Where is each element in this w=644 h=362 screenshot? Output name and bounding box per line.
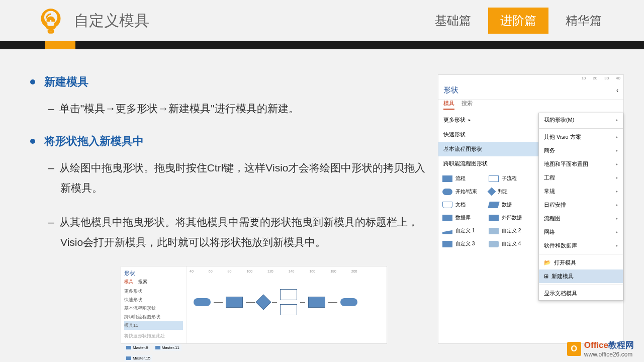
shape-custom2[interactable]: 自定义 2	[489, 227, 533, 234]
shape-subprocess[interactable]: 子流程	[489, 175, 533, 182]
menu-open-stencil[interactable]: 📂打开模具	[539, 256, 623, 269]
body-text: –单击"模具→更多形状→新建模具"进行模具的新建。	[60, 99, 428, 119]
panel-tab-search[interactable]: 搜索	[462, 100, 473, 110]
divider-bar	[0, 41, 644, 49]
panel-tab-stencil[interactable]: 模具	[443, 100, 454, 110]
shape-custom3[interactable]: 自定义 3	[442, 240, 487, 247]
main-text-column: 新建模具 –单击"模具→更多形状→新建模具"进行模具的新建。 将形状拖入新模具中…	[30, 74, 428, 344]
page-title: 自定义模具	[74, 11, 423, 31]
screenshot-lower: 形状 模具搜索 更多形状 快速形状 基本流程图形状 跨职能流程图形状 模具11 …	[121, 266, 387, 344]
menu-item[interactable]: 工程	[539, 171, 623, 185]
chevron-left-icon[interactable]: ‹	[616, 87, 618, 94]
list-item[interactable]: 基本流程图形状	[438, 142, 538, 156]
list-more-shapes[interactable]: 更多形状	[438, 113, 538, 127]
menu-item[interactable]: 流程图	[539, 212, 623, 225]
shapes-panel-screenshot: 10203040 形状 ‹ 模具 搜索 更多形状 快速形状 基本流程图形状 跨职…	[438, 74, 624, 344]
tab-essence[interactable]: 精华篇	[554, 8, 614, 34]
shape-data[interactable]: 数据	[489, 201, 533, 208]
shape-custom4[interactable]: 自定义 4	[489, 240, 533, 247]
shape-custom1[interactable]: 自定义 1	[442, 227, 487, 234]
svg-rect-1	[49, 26, 53, 32]
nav-tabs: 基础篇 进阶篇 精华篇	[423, 8, 614, 34]
menu-item[interactable]: 常规	[539, 185, 623, 198]
menu-item[interactable]: 地图和平面布置图	[539, 157, 623, 171]
menu-my-shapes[interactable]: 我的形状(M)	[539, 113, 623, 127]
body-text: –从其他模具中拖曳形状。将其他模具中需要的形状拖曳到新模具的标题栏上，Visio…	[60, 212, 428, 252]
menu-item[interactable]: 商务	[539, 144, 623, 157]
shape-external[interactable]: 外部数据	[489, 214, 533, 221]
list-item[interactable]: 快速形状	[438, 127, 538, 142]
panel-title: 形状	[443, 85, 458, 95]
menu-new-stencil[interactable]: ⊞新建模具	[539, 269, 623, 283]
tab-advanced[interactable]: 进阶篇	[488, 8, 548, 34]
section-title-2: 将形状拖入新模具中	[30, 134, 428, 149]
menu-item[interactable]: 网络	[539, 225, 623, 239]
context-menu: 我的形状(M) 其他 Visio 方案 商务 地图和平面布置图 工程 常规 日程…	[538, 113, 623, 301]
accent-bar	[45, 41, 75, 49]
logo-icon: O	[567, 342, 581, 356]
shape-start-end[interactable]: 开始/结束	[442, 188, 487, 195]
shape-process[interactable]: 流程	[442, 175, 487, 182]
menu-show-doc-stencil[interactable]: 显示文档模具	[539, 287, 623, 300]
menu-item[interactable]: 其他 Visio 方案	[539, 130, 623, 144]
bulb-icon	[38, 8, 64, 34]
tab-basic[interactable]: 基础篇	[423, 8, 483, 34]
menu-item[interactable]: 日程安排	[539, 198, 623, 212]
shape-decision[interactable]: 判定	[489, 188, 533, 195]
list-item[interactable]: 跨职能流程图形状	[438, 156, 538, 171]
menu-item[interactable]: 软件和数据库	[539, 239, 623, 252]
shape-document[interactable]: 文档	[442, 201, 487, 208]
body-text: –从绘图中拖曳形状。拖曳时按住Ctrl键，这样Visio才会将绘图中形状的拷贝拖…	[60, 158, 428, 198]
watermark: O Office教程网 www.office26.com	[567, 339, 634, 358]
section-title-1: 新建模具	[30, 74, 428, 89]
shape-database[interactable]: 数据库	[442, 214, 487, 221]
